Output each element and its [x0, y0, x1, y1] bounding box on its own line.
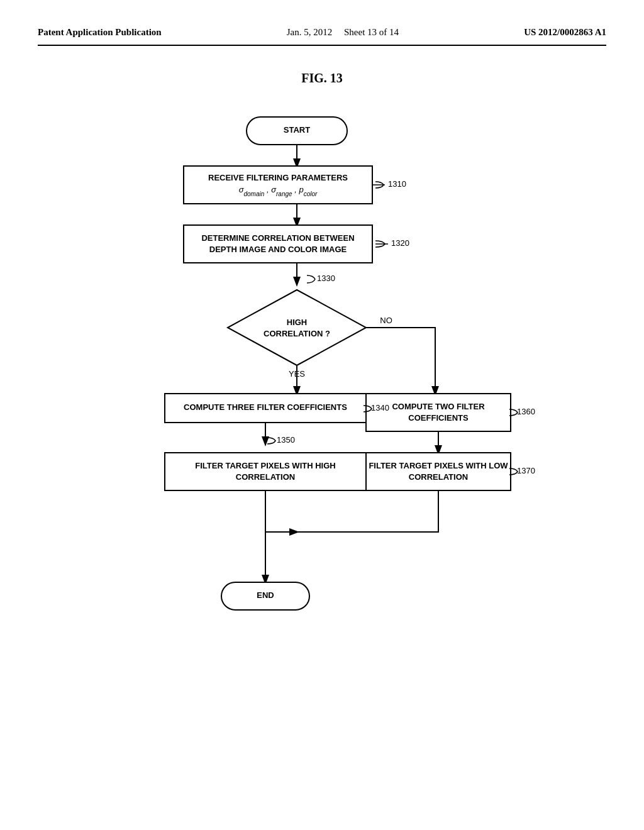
sheet-label: Sheet 13 of 14 — [344, 27, 399, 37]
ref1370-label: 1370 — [517, 466, 535, 475]
end-label: END — [257, 590, 274, 600]
node1310-line1: RECEIVE FILTERING PARAMETERS — [208, 173, 348, 182]
node1370-line1: FILTER TARGET PIXELS WITH LOW — [369, 461, 508, 470]
header-left: Patent Application Publication — [38, 25, 162, 40]
node1370-line2: CORRELATION — [409, 472, 468, 482]
ref1340-label: 1340 — [371, 403, 389, 412]
node1320-line1: DETERMINE CORRELATION BETWEEN — [201, 233, 354, 243]
node1360-line1: COMPUTE TWO FILTER — [392, 402, 485, 411]
header-center: Jan. 5, 2012 Sheet 13 of 14 — [287, 25, 399, 40]
svg-marker-6 — [228, 290, 366, 365]
patent-number: US 2012/0002863 A1 — [524, 27, 606, 37]
publication-label: Patent Application Publication — [38, 27, 162, 37]
flowchart-svg: START RECEIVE FILTERING PARAMETERS σdoma… — [102, 104, 542, 765]
svg-rect-10 — [366, 453, 511, 490]
ref1320-label: 1320 — [391, 238, 409, 248]
page-header: Patent Application Publication Jan. 5, 2… — [38, 25, 606, 46]
no-label: NO — [380, 316, 392, 325]
node1360-line2: COEFFICIENTS — [408, 413, 469, 423]
page: Patent Application Publication Jan. 5, 2… — [0, 0, 644, 830]
node1330-line1: HIGH — [287, 318, 308, 327]
node1350-line1: FILTER TARGET PIXELS WITH HIGH — [195, 461, 335, 470]
svg-rect-2 — [184, 166, 372, 204]
date-label: Jan. 5, 2012 — [287, 27, 333, 37]
node1340: COMPUTE THREE FILTER COEFFICIENTS — [184, 402, 347, 412]
node1320-line2: DEPTH IMAGE AND COLOR IMAGE — [209, 245, 347, 254]
figure-title: FIG. 13 — [38, 71, 606, 86]
svg-rect-13 — [165, 453, 366, 490]
ref1350-label: 1350 — [277, 435, 295, 445]
flowchart: START RECEIVE FILTERING PARAMETERS σdoma… — [102, 104, 542, 765]
header-right: US 2012/0002863 A1 — [524, 25, 606, 40]
svg-rect-4 — [184, 225, 372, 263]
start-label: START — [284, 125, 310, 135]
node1350-line2: CORRELATION — [236, 472, 295, 482]
ref1330-label: 1330 — [317, 274, 335, 283]
ref1360-label: 1360 — [517, 407, 535, 416]
node1330-line2: CORRELATION ? — [264, 329, 330, 338]
ref1310-label: 1310 — [388, 179, 406, 189]
